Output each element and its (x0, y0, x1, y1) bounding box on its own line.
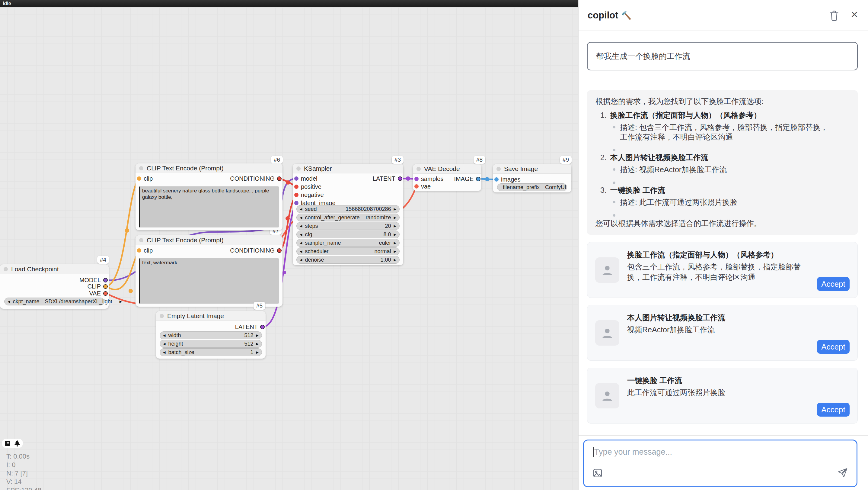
increment-arrow-icon[interactable]: ▶ (394, 248, 396, 255)
decrement-arrow-icon[interactable]: ◀ (163, 332, 165, 339)
close-panel-button[interactable]: ✕ (850, 9, 858, 20)
port-model-output[interactable]: MODEL (80, 277, 108, 283)
collapse-dot-icon[interactable] (139, 238, 143, 242)
collapse-dot-icon[interactable] (297, 167, 301, 171)
node-titlebar[interactable]: VAE Decode (413, 164, 482, 174)
node-titlebar[interactable]: CLIP Text Encode (Prompt) (135, 164, 282, 173)
decrement-arrow-icon[interactable]: ◀ (300, 248, 302, 255)
conditioning-port-icon[interactable] (294, 184, 299, 189)
node-clip-text-encode-positive[interactable]: CLIP Text Encode (Prompt) clip CONDITION… (135, 164, 282, 230)
port-latent-output[interactable]: LATENT (235, 323, 265, 330)
port-positive-input[interactable]: positive (294, 183, 321, 190)
increment-arrow-icon[interactable]: ▶ (394, 231, 396, 238)
tree-icon[interactable] (14, 440, 20, 447)
accept-button[interactable]: Accept (817, 277, 849, 291)
increment-arrow-icon[interactable]: ▶ (394, 256, 396, 264)
decrement-arrow-icon[interactable]: ◀ (300, 256, 302, 264)
node-titlebar[interactable]: CLIP Text Encode (Prompt) (135, 235, 282, 245)
latent-port-icon[interactable] (260, 325, 265, 329)
message-input[interactable]: Type your message... (583, 439, 858, 487)
decrement-arrow-icon[interactable]: ◀ (163, 340, 165, 348)
steps-widget[interactable]: ◀ steps 20 ▶ (297, 222, 400, 230)
increment-arrow-icon[interactable]: ▶ (256, 332, 259, 339)
clip-port-icon[interactable] (137, 248, 141, 253)
decrement-arrow-icon[interactable]: ◀ (300, 239, 302, 247)
vae-port-icon[interactable] (414, 184, 418, 189)
port-conditioning-output[interactable]: CONDITIONING (230, 175, 282, 182)
node-titlebar[interactable]: Load Checkpoint (0, 264, 108, 274)
node-titlebar[interactable]: Save Image (493, 164, 571, 174)
port-samples-input[interactable]: samples (414, 175, 443, 182)
accept-button[interactable]: Accept (817, 340, 849, 354)
decrement-arrow-icon[interactable]: ◀ (300, 231, 302, 238)
attach-image-button[interactable] (592, 468, 603, 479)
decrement-arrow-icon[interactable]: ◀ (300, 205, 302, 213)
latent-port-icon[interactable] (294, 201, 299, 205)
image-port-icon[interactable] (494, 177, 499, 181)
seed-widget[interactable]: ◀ seed 156680208700286 ▶ (297, 205, 400, 213)
model-port-icon[interactable] (294, 176, 299, 181)
node-clip-text-encode-negative[interactable]: CLIP Text Encode (Prompt) clip CONDITION… (135, 235, 282, 307)
collapse-dot-icon[interactable] (496, 167, 501, 171)
filename-prefix-widget[interactable]: filename_prefix ComfyUI (497, 183, 567, 191)
clip-port-icon[interactable] (137, 176, 141, 181)
clip-port-icon[interactable] (103, 284, 108, 289)
port-image-output[interactable]: IMAGE (454, 175, 480, 182)
conditioning-port-icon[interactable] (277, 176, 282, 181)
clear-chat-button[interactable] (829, 10, 839, 22)
scheduler-widget[interactable]: ◀ scheduler normal ▶ (297, 248, 400, 255)
conditioning-port-icon[interactable] (277, 248, 282, 253)
node-load-checkpoint[interactable]: Load Checkpoint MODEL CLIP VAE ◀ ckpt_na… (0, 264, 108, 309)
node-vae-decode[interactable]: VAE Decode samples vae IMAGE (413, 164, 482, 191)
denoise-widget[interactable]: ◀ denoise 1.00 ▶ (297, 256, 400, 264)
increment-arrow-icon[interactable]: ▶ (394, 205, 396, 213)
port-clip-input[interactable]: clip (137, 175, 153, 182)
decrement-arrow-icon[interactable]: ◀ (7, 297, 10, 306)
node-save-image[interactable]: Save Image images filename_prefix ComfyU… (493, 164, 571, 193)
vae-port-icon[interactable] (103, 291, 108, 296)
increment-arrow-icon[interactable]: ▶ (394, 239, 396, 247)
collapse-dot-icon[interactable] (160, 314, 164, 318)
control-after-generate-widget[interactable]: ◀ control_after_generate randomize ▶ (297, 213, 400, 222)
node-graph-canvas[interactable]: Idle Load Checkpoint MODEL CLIP VAE ◀ ck… (0, 0, 578, 490)
node-empty-latent-image[interactable]: Empty Latent Image LATENT ◀ width 512 ▶ … (156, 311, 266, 358)
port-images-input[interactable]: images (494, 176, 520, 183)
panel-list-icon[interactable] (4, 440, 10, 446)
port-vae-input[interactable]: vae (414, 183, 431, 190)
node-titlebar[interactable]: Empty Latent Image (156, 311, 266, 321)
increment-arrow-icon[interactable]: ▶ (394, 222, 396, 230)
latent-port-icon[interactable] (414, 177, 418, 181)
prompt-textarea[interactable]: beautiful scenery nature glass bottle la… (139, 186, 279, 228)
batch-size-widget[interactable]: ◀ batch_size 1 ▶ (160, 348, 262, 356)
port-model-input[interactable]: model (294, 175, 317, 182)
cfg-widget[interactable]: ◀ cfg 8.0 ▶ (297, 231, 400, 238)
height-widget[interactable]: ◀ height 512 ▶ (160, 340, 262, 348)
canvas-toolbar[interactable] (2, 439, 23, 448)
width-widget[interactable]: ◀ width 512 ▶ (160, 332, 262, 339)
image-port-icon[interactable] (476, 177, 480, 181)
latent-port-icon[interactable] (398, 176, 402, 181)
collapse-dot-icon[interactable] (4, 267, 8, 271)
increment-arrow-icon[interactable]: ▶ (256, 340, 259, 348)
node-titlebar[interactable]: KSampler (293, 164, 403, 173)
node-ksampler[interactable]: KSampler model positive negative latent_… (293, 164, 403, 265)
increment-arrow-icon[interactable]: ▶ (120, 297, 122, 306)
port-vae-output[interactable]: VAE (89, 290, 108, 297)
model-port-icon[interactable] (103, 278, 108, 283)
port-clip-input[interactable]: clip (137, 247, 153, 254)
collapse-dot-icon[interactable] (139, 166, 143, 170)
send-button[interactable] (837, 467, 848, 479)
conditioning-port-icon[interactable] (294, 193, 299, 197)
prompt-textarea[interactable]: text, watermark (139, 258, 279, 304)
port-conditioning-output[interactable]: CONDITIONING (230, 247, 282, 254)
port-latent-output[interactable]: LATENT (373, 175, 402, 182)
ckpt-name-widget[interactable]: ◀ ckpt_name SDXL/dreamshaperXL_light... … (4, 297, 104, 306)
decrement-arrow-icon[interactable]: ◀ (300, 222, 302, 230)
increment-arrow-icon[interactable]: ▶ (256, 348, 259, 356)
port-negative-input[interactable]: negative (294, 192, 324, 198)
port-clip-output[interactable]: CLIP (88, 283, 108, 290)
accept-button[interactable]: Accept (817, 403, 849, 416)
increment-arrow-icon[interactable]: ▶ (394, 213, 396, 222)
decrement-arrow-icon[interactable]: ◀ (163, 348, 165, 356)
sampler-name-widget[interactable]: ◀ sampler_name euler ▶ (297, 239, 400, 247)
